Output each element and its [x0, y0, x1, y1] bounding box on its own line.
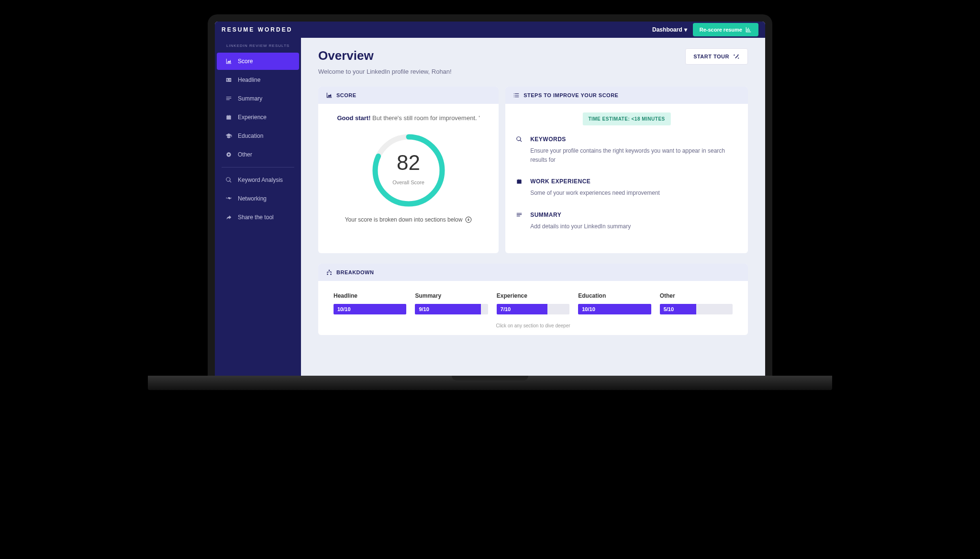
brand-logo: RESUME WORDED	[222, 26, 292, 33]
breakdown-fill: 7/10	[497, 304, 548, 314]
score-card-header: SCORE	[318, 87, 499, 104]
search-icon	[225, 177, 232, 183]
steps-card: STEPS TO IMPROVE YOUR SCORE TIME ESTIMAT…	[505, 87, 748, 253]
sitemap-icon	[326, 269, 333, 276]
breakdown-label: Education	[578, 292, 651, 299]
score-headline-bold: Good start!	[337, 114, 370, 122]
list-icon	[516, 212, 523, 219]
sidebar-item-share[interactable]: Share the tool	[217, 209, 299, 226]
breakdown-item[interactable]: Headline 10/10	[334, 292, 406, 314]
sidebar-item-score[interactable]: Score	[217, 53, 299, 70]
dashboard-label: Dashboard	[652, 26, 682, 33]
breakdown-label: Experience	[497, 292, 569, 299]
handshake-icon	[225, 195, 232, 202]
step-summary[interactable]: SUMMARY Add details into your LinkedIn s…	[516, 212, 737, 231]
breakdown-item[interactable]: Other 5/10	[660, 292, 733, 314]
page-title: Overview	[318, 48, 452, 63]
topbar: RESUME WORDED Dashboard ▾ Re-score resum…	[215, 22, 765, 38]
sidebar-item-label: Experience	[238, 114, 267, 121]
breakdown-bar: 5/10	[660, 304, 733, 314]
wand-icon	[733, 53, 740, 60]
graduation-cap-icon	[225, 133, 232, 139]
step-title: SUMMARY	[530, 212, 631, 218]
sidebar-item-summary[interactable]: Summary	[217, 90, 299, 107]
sidebar-item-label: Share the tool	[238, 214, 274, 221]
sidebar-item-experience[interactable]: Experience	[217, 109, 299, 126]
sidebar-item-label: Networking	[238, 195, 267, 202]
score-headline: Good start! But there's still room for i…	[332, 113, 485, 123]
breakdown-fill: 5/10	[660, 304, 696, 314]
sidebar-item-keyword-analysis[interactable]: Keyword Analysis	[217, 171, 299, 189]
step-desc: Some of your work experiences need impro…	[530, 189, 660, 198]
svg-point-1	[228, 154, 230, 156]
breakdown-bar: 10/10	[334, 304, 406, 314]
step-title: WORK EXPERIENCE	[530, 178, 660, 185]
sidebar-header: LINKEDIN REVIEW RESULTS	[215, 42, 301, 53]
chart-icon	[745, 26, 752, 33]
step-title: KEYWORDS	[530, 136, 737, 143]
rescore-label: Re-score resume	[700, 27, 742, 33]
time-estimate-badge: TIME ESTIMATE: <18 MINUTES	[582, 112, 670, 125]
step-desc: Add details into your LinkedIn summary	[530, 222, 631, 231]
sidebar-item-headline[interactable]: Headline	[217, 71, 299, 89]
breakdown-bar: 7/10	[497, 304, 569, 314]
score-footer-text: Your score is broken down into sections …	[345, 216, 463, 223]
sidebar-item-label: Other	[238, 151, 252, 158]
breakdown-bar: 10/10	[578, 304, 651, 314]
chart-line-icon	[225, 58, 232, 65]
start-tour-label: START TOUR	[693, 54, 729, 59]
breakdown-card: BREAKDOWN Headline 10/10 Summary 9/10 Ex…	[318, 264, 748, 335]
score-ring: 82 Overall Score	[370, 132, 447, 209]
breakdown-fill: 10/10	[578, 304, 651, 314]
breakdown-label: Other	[660, 292, 733, 299]
sidebar-item-label: Education	[238, 133, 263, 139]
sidebar-item-label: Keyword Analysis	[238, 177, 283, 183]
arrow-down-circle-icon	[465, 216, 472, 223]
list-icon	[225, 95, 232, 102]
sidebar-item-other[interactable]: Other	[217, 146, 299, 163]
step-desc: Ensure your profile contains the right k…	[530, 146, 737, 165]
sidebar-divider	[222, 167, 294, 168]
breakdown-fill: 10/10	[334, 304, 406, 314]
sidebar-item-networking[interactable]: Networking	[217, 190, 299, 207]
breakdown-footer-text: Click on any section to dive deeper	[334, 323, 733, 328]
step-work-experience[interactable]: WORK EXPERIENCE Some of your work experi…	[516, 178, 737, 198]
breakdown-label: Summary	[415, 292, 488, 299]
chart-icon	[326, 92, 333, 99]
score-card: SCORE Good start! But there's still room…	[318, 87, 499, 253]
score-footer: Your score is broken down into sections …	[332, 216, 485, 223]
score-header-label: SCORE	[336, 92, 356, 98]
circle-icon	[225, 151, 232, 158]
step-keywords[interactable]: KEYWORDS Ensure your profile contains th…	[516, 136, 737, 165]
welcome-text: Welcome to your LinkedIn profile review,…	[318, 68, 452, 75]
briefcase-icon	[516, 178, 523, 186]
sidebar-item-label: Headline	[238, 77, 260, 83]
breakdown-header-label: BREAKDOWN	[336, 269, 374, 275]
rescore-button[interactable]: Re-score resume	[693, 23, 758, 36]
breakdown-header: BREAKDOWN	[318, 264, 748, 281]
sidebar-item-education[interactable]: Education	[217, 127, 299, 145]
share-icon	[225, 214, 232, 221]
sidebar: LINKEDIN REVIEW RESULTS Score Headline S…	[215, 38, 301, 376]
id-card-icon	[225, 77, 232, 83]
sidebar-item-label: Score	[238, 58, 253, 65]
dashboard-dropdown[interactable]: Dashboard ▾	[652, 26, 687, 33]
steps-header-label: STEPS TO IMPROVE YOUR SCORE	[523, 92, 618, 98]
score-value: 82	[397, 151, 420, 175]
start-tour-button[interactable]: START TOUR	[685, 48, 748, 65]
sidebar-item-label: Summary	[238, 95, 262, 102]
caret-down-icon: ▾	[684, 26, 687, 33]
breakdown-label: Headline	[334, 292, 406, 299]
list-icon	[513, 92, 520, 99]
breakdown-item[interactable]: Experience 7/10	[497, 292, 569, 314]
steps-card-header: STEPS TO IMPROVE YOUR SCORE	[505, 87, 748, 104]
score-headline-rest: But there's still room for improvement. …	[371, 114, 480, 122]
briefcase-icon	[225, 114, 232, 121]
breakdown-fill: 9/10	[415, 304, 480, 314]
breakdown-item[interactable]: Summary 9/10	[415, 292, 488, 314]
search-icon	[516, 136, 523, 144]
breakdown-bar: 9/10	[415, 304, 488, 314]
main-content: Overview Welcome to your LinkedIn profil…	[301, 38, 765, 376]
breakdown-item[interactable]: Education 10/10	[578, 292, 651, 314]
score-label: Overall Score	[392, 179, 424, 185]
